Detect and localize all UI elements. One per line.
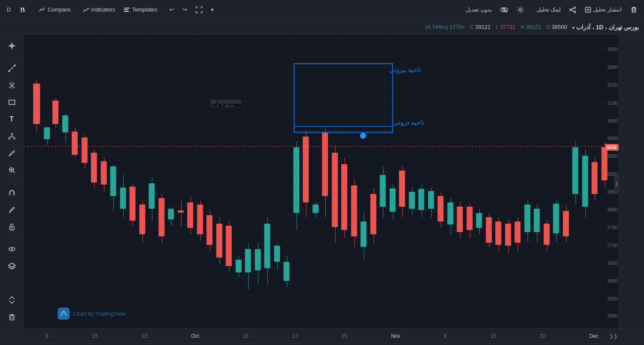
settings-icon [517,6,524,14]
svg-rect-188 [505,224,511,246]
svg-rect-118 [168,209,174,219]
time-label-nov: Nov [391,333,400,339]
svg-rect-132 [236,260,242,272]
svg-rect-130 [226,226,232,266]
rectangle-tool[interactable] [4,95,20,110]
layers-tool[interactable] [4,258,20,274]
settings-button[interactable] [513,4,528,15]
price-label-2500: 2500 [607,313,618,318]
price-label-3200: 3200 [607,65,618,70]
time-label-15: 15 [92,333,98,339]
svg-rect-140 [274,246,280,262]
svg-point-28 [14,65,16,66]
zoom-icon [8,166,16,174]
time-expand-button[interactable]: ❯❯ [609,333,618,339]
time-label-10: 10 [243,333,248,339]
eye-button[interactable] [497,5,512,15]
svg-rect-1 [21,8,22,9]
symbol-type-button[interactable]: D [3,5,14,14]
candlestick-chart [24,35,619,328]
svg-rect-90 [33,84,40,124]
svg-point-34 [11,133,13,135]
lock-open-tool[interactable] [4,219,20,234]
svg-rect-178 [457,207,463,232]
svg-rect-192 [524,205,530,232]
tv-watermark: Chart by TradingView [58,308,126,320]
no-adjust-button[interactable]: بدون تعدیل [462,5,495,14]
svg-rect-186 [495,222,501,245]
svg-rect-98 [72,132,78,155]
undo-button[interactable]: ↩ [166,5,177,14]
price-label-2600: 2600 [607,278,618,283]
svg-rect-102 [91,153,97,182]
price-label-2750: 2750 [607,225,618,230]
zoom-tool[interactable] [4,163,20,178]
time-label-8: 8 [46,333,49,339]
network-tool[interactable] [4,129,20,144]
visibility-tool[interactable] [4,241,20,257]
svg-rect-134 [245,249,251,272]
svg-rect-58 [10,315,14,320]
svg-rect-144 [293,147,299,213]
svg-rect-206 [592,162,598,194]
redo-button[interactable]: ↪ [179,5,191,14]
svg-rect-146 [303,137,309,202]
publish-button[interactable]: انتشار تحلیل [581,5,625,15]
delete-tool[interactable] [4,309,20,325]
svg-point-14 [574,11,576,13]
divider-3 [163,4,163,15]
magnet-tool[interactable] [4,185,20,200]
main-area: T [0,35,644,328]
high-price: H 39121 [520,24,541,30]
svg-rect-148 [312,205,318,213]
svg-rect-92 [44,127,50,139]
price-label-2950: 2950 [607,154,618,159]
price-label-2800: 2800 [607,207,618,212]
trend-line-tool[interactable] [4,61,20,76]
crosshair-tool[interactable] [4,38,20,53]
text-tool[interactable]: T [4,112,20,127]
left-divider-3 [6,238,18,238]
dropdown-button[interactable]: ▾ [208,5,217,14]
share-icon [569,6,576,13]
current-price-badge: 3032 [605,144,619,151]
trash-icon [630,6,637,13]
fullscreen-button[interactable] [192,5,206,15]
cross-tool[interactable] [4,78,20,93]
svg-rect-110 [129,187,135,221]
symbol-name[interactable]: بورس تهران ، 1D ، آذراب ▾ [572,24,639,31]
svg-rect-5 [124,8,130,8]
svg-rect-136 [255,249,261,270]
svg-rect-184 [486,217,492,243]
compare-button[interactable]: Compare [36,5,73,15]
svg-rect-142 [284,262,290,281]
link-button[interactable]: لینک تحلیل [533,5,565,14]
lock-icon [8,223,16,230]
indicators-button[interactable]: Indicators [79,5,118,15]
left-divider-1 [6,57,18,57]
price-label-3150: 3150 [607,82,618,87]
trash-button[interactable] [627,5,641,15]
chart-area[interactable]: ناحیه بیرونی ناحیه درونی پیوت نزولی 3250… [24,35,619,328]
svg-rect-196 [544,224,550,245]
svg-rect-124 [197,205,203,234]
svg-rect-104 [101,161,107,185]
share-button[interactable] [566,5,579,15]
price-change: +1770 (+4.74%) [425,24,465,30]
expand-tool[interactable] [4,292,20,308]
compare-icon [39,6,46,13]
svg-rect-94 [53,101,59,124]
chart-canvas: ناحیه بیرونی ناحیه درونی پیوت نزولی 3250… [24,35,619,328]
undo-icon: ↩ [169,6,174,13]
brush-tool[interactable] [4,202,20,217]
magnet-icon [8,189,16,196]
bar-style-button[interactable] [16,4,30,15]
svg-rect-176 [447,202,453,224]
svg-rect-194 [534,209,540,232]
measure-tool[interactable] [4,146,20,161]
symbol-bar: بورس تهران ، 1D ، آذراب ▾ O 38500 H 3912… [0,20,644,35]
templates-button[interactable]: Templates [120,5,160,15]
divider-4 [530,4,531,15]
tv-logo [58,308,70,320]
right-panel-collapse-button[interactable]: ❯ [614,175,619,192]
